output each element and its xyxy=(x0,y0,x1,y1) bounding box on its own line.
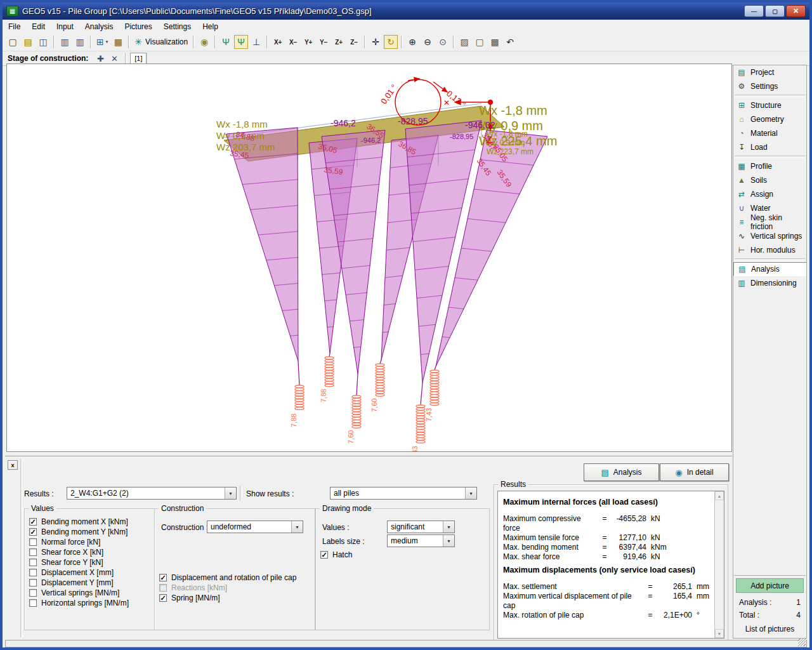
checkbox-displacement-y-mm[interactable]: Displacement Y [mm] xyxy=(29,578,152,588)
chevron-down-icon[interactable]: ▾ xyxy=(106,39,108,44)
select-rect-icon: ▨ xyxy=(461,37,469,47)
sidebar-item-assign[interactable]: ⇄Assign xyxy=(733,187,806,201)
title-bar[interactable]: ▦ GEO5 v15 - Pile Group [C:\Users\Public… xyxy=(3,3,809,20)
pan-button[interactable]: ✛ xyxy=(369,35,383,49)
scroll-up-icon[interactable]: ▲ xyxy=(715,491,724,500)
sidebar-item-structure[interactable]: ⊞Structure xyxy=(733,98,806,112)
add-stage-button[interactable]: ✚ xyxy=(93,53,107,64)
labels-size-combobox[interactable]: medium ▼ xyxy=(387,534,455,547)
view-terrain-button[interactable]: Ψ xyxy=(234,35,248,49)
new-file-button[interactable]: ▢ xyxy=(6,35,20,49)
checkbox-bending-moment-x-knm[interactable]: ✓Bending moment X [kNm] xyxy=(29,517,152,527)
select-rect-button[interactable]: ▨ xyxy=(457,35,471,49)
open-file-button[interactable]: ▤ xyxy=(21,35,35,49)
chevron-down-icon[interactable]: ▼ xyxy=(465,488,476,499)
rotate-icon: ↻ xyxy=(387,37,395,47)
sidebar-item-label: Dimensioning xyxy=(750,279,797,288)
checkbox-hatch[interactable]: ✓Hatch xyxy=(320,550,352,560)
checkbox-displacement-and-rotation-of-pile-cap[interactable]: ✓Displacement and rotation of pile cap xyxy=(159,573,312,583)
water-icon: ∪ xyxy=(737,204,747,213)
add-picture-button[interactable]: Add picture xyxy=(736,578,804,593)
view-perspective-icon: Ψ xyxy=(222,37,230,47)
sidebar-item-hor-modulus[interactable]: ⊢Hor. modulus xyxy=(733,243,806,257)
sidebar-item-profile[interactable]: ▦Profile xyxy=(733,159,806,173)
save-file-icon: ◫ xyxy=(39,37,47,47)
in-detail-button[interactable]: ◉ In detail xyxy=(660,463,729,481)
paste-button[interactable]: ▦ xyxy=(111,35,125,49)
menu-pictures[interactable]: Pictures xyxy=(119,20,157,33)
checkbox-vertical-springs-mn-m[interactable]: Vertical springs [MN/m] xyxy=(29,588,152,598)
chevron-down-icon[interactable]: ▼ xyxy=(443,535,454,547)
sidebar-item-project[interactable]: ▤Project xyxy=(733,65,806,79)
checkbox-shear-force-y-kn[interactable]: Shear force Y [kN] xyxy=(29,557,152,567)
zoom-window-button[interactable]: ⊙ xyxy=(436,35,450,49)
checkbox-shear-force-x-kn[interactable]: Shear force X [kN] xyxy=(29,547,152,557)
toolbar-separator xyxy=(266,36,268,48)
checkbox-horizontal-springs-mn-m[interactable]: Horizontal springs [MN/m] xyxy=(29,598,152,608)
menu-edit[interactable]: Edit xyxy=(26,20,51,33)
view-z-minus-button[interactable]: Z− xyxy=(347,35,361,49)
view-y-minus-button[interactable]: Y− xyxy=(317,35,331,49)
zoom-in-button[interactable]: ⊕ xyxy=(405,35,419,49)
results-combobox[interactable]: 2_W4:G1+G2 (2) ▼ xyxy=(67,487,237,500)
chevron-down-icon[interactable]: ▼ xyxy=(443,521,454,533)
menu-help[interactable]: Help xyxy=(197,20,224,33)
sidebar-item-load[interactable]: ↧Load xyxy=(733,140,806,154)
minimize-button[interactable]: — xyxy=(744,5,764,17)
unchecked-icon xyxy=(29,599,37,607)
checkbox-displacement-x-mm[interactable]: Displacement X [mm] xyxy=(29,567,152,578)
copy-picture-button[interactable]: ▥ xyxy=(58,35,72,49)
zoom-out-button[interactable]: ⊖ xyxy=(421,35,435,49)
sidebar-item-dimensioning[interactable]: ▥Dimensioning xyxy=(733,276,806,290)
drawing-values-combobox[interactable]: significant ▼ xyxy=(387,521,455,533)
sidebar-item-geometry[interactable]: ⌂Geometry xyxy=(733,112,806,126)
toolbar-separator xyxy=(214,36,216,48)
panel-close-button[interactable]: x xyxy=(8,460,18,470)
sidebar-item-soils[interactable]: ▲Soils xyxy=(733,173,806,187)
copy-picture-icon: ▥ xyxy=(60,37,69,47)
view-x-plus-button[interactable]: X+ xyxy=(271,35,285,49)
checkbox-bending-moment-y-knm[interactable]: ✓Bending moment Y [kNm] xyxy=(29,527,152,537)
close-button[interactable]: ✕ xyxy=(786,5,806,17)
scroll-down-icon[interactable]: ▼ xyxy=(715,629,724,638)
menu-file[interactable]: File xyxy=(3,20,26,33)
view-z-plus-button[interactable]: Z+ xyxy=(332,35,346,49)
light-bulb-button[interactable]: ◉ xyxy=(197,35,211,49)
drawing-canvas[interactable]: 7,887,607,437,887,607,43Wx -1,8 mmWy 0,9… xyxy=(6,63,732,452)
checkbox-normal-force-kn[interactable]: Normal force [kN] xyxy=(29,537,152,547)
view-x-minus-button[interactable]: X− xyxy=(286,35,300,49)
chevron-down-icon[interactable]: ▼ xyxy=(291,521,303,533)
view-y-plus-button[interactable]: Y+ xyxy=(301,35,315,49)
sidebar-item-material[interactable]: ◔Material xyxy=(733,126,806,140)
axes-button[interactable]: ⊥ xyxy=(249,35,263,49)
menu-input[interactable]: Input xyxy=(51,20,79,33)
show-results-combobox[interactable]: all piles ▼ xyxy=(330,487,477,500)
sidebar-item-analysis[interactable]: ▤Analysis xyxy=(733,262,806,276)
results-scrollbar[interactable]: ▲ ▼ xyxy=(714,491,724,638)
sidebar-item-label: Structure xyxy=(750,101,782,110)
resize-grip[interactable] xyxy=(798,639,806,646)
sidebar-item-vertical-springs[interactable]: ∿Vertical springs xyxy=(733,229,806,243)
visualization-button[interactable]: ✳Visualization xyxy=(133,35,190,49)
menu-analysis[interactable]: Analysis xyxy=(79,20,119,33)
menu-settings[interactable]: Settings xyxy=(158,20,197,33)
select-window-button[interactable]: ▢ xyxy=(473,35,487,49)
copy-button[interactable]: ⊞▾ xyxy=(95,35,110,49)
reset-view-button[interactable]: ↶ xyxy=(503,35,517,49)
stage-tab-1[interactable]: [1] xyxy=(130,53,147,65)
maximize-button[interactable]: ▢ xyxy=(765,5,785,17)
chevron-down-icon[interactable]: ▼ xyxy=(225,488,236,499)
select-fill-button[interactable]: ▩ xyxy=(488,35,502,49)
analysis-button[interactable]: ▤ Analysis xyxy=(584,463,659,481)
checkbox-spring-mn-m[interactable]: ✓Spring [MN/m] xyxy=(159,593,312,603)
construction-combobox[interactable]: undeformed ▼ xyxy=(207,521,303,533)
remove-stage-button[interactable]: ✕ xyxy=(107,53,121,64)
rotate-button[interactable]: ↻ xyxy=(384,35,398,49)
view-perspective-button[interactable]: Ψ xyxy=(219,35,233,49)
print-button[interactable]: ▥ xyxy=(73,35,87,49)
list-of-pictures-button[interactable]: List of pictures xyxy=(736,621,804,635)
checkbox-label: Normal force [kN] xyxy=(41,538,100,547)
sidebar-item-neg-skin-friction[interactable]: ≡Neg. skin friction xyxy=(733,215,806,229)
sidebar-item-settings[interactable]: ⚙Settings xyxy=(733,79,806,93)
save-file-button[interactable]: ◫ xyxy=(36,35,50,49)
